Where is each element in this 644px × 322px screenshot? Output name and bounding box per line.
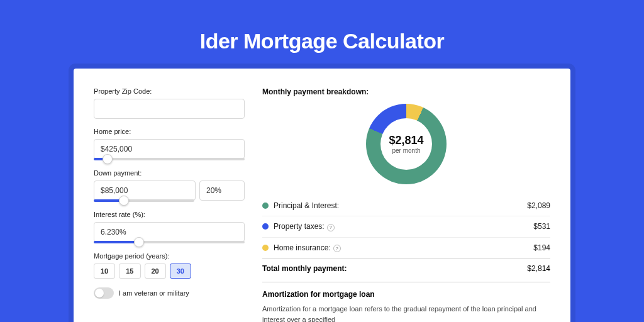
legend-dot-icon [262, 245, 269, 251]
legend-dot-icon [262, 223, 269, 230]
info-icon[interactable]: ? [327, 224, 335, 231]
period-button-10[interactable]: 10 [94, 264, 115, 279]
period-options: 10152030 [94, 264, 245, 279]
legend-value: $531 [533, 222, 550, 231]
period-button-30[interactable]: 30 [170, 264, 191, 279]
total-label: Total monthly payment: [262, 264, 527, 273]
interest-label: Interest rate (%): [94, 211, 245, 218]
period-button-20[interactable]: 20 [145, 264, 166, 279]
interest-input[interactable] [94, 222, 245, 242]
slider-thumb-icon[interactable] [103, 154, 113, 164]
legend-label: Home insurance:? [274, 243, 533, 253]
home-price-slider[interactable] [94, 158, 245, 160]
legend-label: Property taxes:? [274, 222, 533, 231]
total-value: $2,814 [527, 264, 550, 273]
legend-row: Home insurance:?$194 [262, 238, 550, 259]
legend-row: Principal & Interest:$2,089 [262, 196, 550, 216]
legend-row: Property taxes:?$531 [262, 216, 550, 238]
legend-value: $194 [533, 243, 550, 252]
result-column: Monthly payment breakdown: $2,814 per mo… [262, 87, 550, 322]
zip-input[interactable] [94, 99, 245, 119]
legend-dot-icon [262, 203, 269, 209]
zip-label: Property Zip Code: [94, 87, 245, 95]
donut-total-value: $2,814 [389, 134, 423, 147]
slider-thumb-icon[interactable] [134, 237, 144, 247]
period-button-15[interactable]: 15 [119, 264, 140, 279]
legend-label: Principal & Interest: [274, 201, 527, 210]
down-payment-input[interactable] [94, 180, 196, 201]
donut-total-sub: per month [389, 147, 423, 154]
home-price-label: Home price: [94, 128, 245, 135]
form-column: Property Zip Code: Home price: Down paym… [94, 87, 245, 322]
interest-slider[interactable] [94, 241, 245, 243]
down-payment-slider[interactable] [94, 199, 194, 202]
veteran-toggle[interactable] [94, 287, 114, 299]
amortization-text: Amortization for a mortgage loan refers … [262, 304, 550, 322]
down-payment-pct-input[interactable] [199, 180, 245, 201]
calculator-card: Property Zip Code: Home price: Down paym… [74, 69, 570, 322]
total-row: Total monthly payment: $2,814 [262, 258, 550, 282]
period-label: Mortgage period (years): [94, 252, 245, 260]
home-price-input[interactable] [94, 139, 245, 159]
slider-thumb-icon[interactable] [119, 196, 129, 206]
legend-value: $2,089 [527, 201, 550, 210]
breakdown-donut-chart: $2,814 per month [366, 104, 447, 184]
down-payment-label: Down payment: [94, 169, 245, 177]
breakdown-title: Monthly payment breakdown: [262, 87, 550, 96]
info-icon[interactable]: ? [333, 245, 341, 252]
legend-list: Principal & Interest:$2,089Property taxe… [262, 196, 550, 258]
page-title: Ider Mortgage Calculator [0, 0, 644, 69]
amortization-title: Amortization for mortgage loan [262, 290, 550, 299]
veteran-label: I am veteran or military [119, 289, 189, 297]
